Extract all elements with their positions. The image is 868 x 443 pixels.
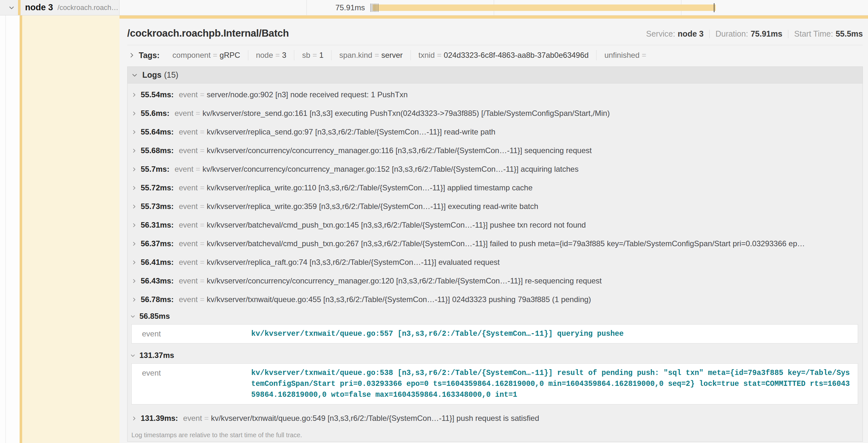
log-field-value: kv/kvserver/txnwait/queue.go:549 [n3,s3,…	[211, 414, 539, 423]
log-timestamp: 55.7ms:	[141, 165, 169, 174]
log-marker	[372, 3, 372, 12]
log-field-value: kv/kvserver/replica_raft.go:74 [n3,s3,r6…	[207, 258, 499, 267]
log-timestamp: 131.39ms:	[141, 414, 178, 423]
span-row: node 3 /cockroach.roach… 75.91ms	[0, 0, 868, 15]
log-row[interactable]: 56.31ms:event=kv/kvserver/batcheval/cmd_…	[127, 216, 863, 234]
log-equals: =	[200, 258, 204, 267]
span-name-cell[interactable]: node 3 /cockroach.roach…	[0, 0, 120, 15]
span-service-name: node 3	[25, 3, 53, 12]
log-marker	[370, 3, 371, 12]
log-field-value: kv/kvserver/replica_send.go:97 [n3,s3,r6…	[207, 128, 495, 136]
log-field-key: event	[179, 202, 198, 211]
log-row[interactable]: 56.37ms:event=kv/kvserver/batcheval/cmd_…	[127, 234, 863, 253]
log-row-expanded-header[interactable]: 131.37ms	[127, 348, 863, 363]
log-field-key: event	[179, 183, 198, 192]
chevron-right-icon[interactable]	[131, 111, 137, 116]
chevron-right-icon[interactable]	[131, 297, 137, 302]
service-label: Service:	[646, 29, 675, 38]
log-field-value: server/node.go:902 [n3] node received re…	[207, 90, 408, 99]
chevron-right-icon[interactable]	[131, 185, 137, 191]
start-time-value: 55.5ms	[836, 29, 863, 38]
selected-span-row-highlight	[20, 15, 120, 443]
logs-body: 55.54ms:event=server/node.go:902 [n3] no…	[127, 83, 863, 428]
log-field-value: kv/kvserver/store_send.go:161 [n3,s3] ex…	[203, 109, 610, 118]
span-duration-bar[interactable]	[373, 4, 716, 11]
log-field-value: kv/kvserver/batcheval/cmd_push_txn.go:14…	[207, 220, 586, 230]
log-row[interactable]: 55.6ms:event=kv/kvserver/store_send.go:1…	[127, 104, 863, 123]
tag-value: 3	[282, 51, 286, 60]
log-row[interactable]: 56.41ms:event=kv/kvserver/replica_raft.g…	[127, 253, 863, 272]
chevron-right-icon[interactable]	[131, 241, 137, 246]
tags-list: component=gRPCnode=3sb=1span.kind=server…	[165, 50, 656, 60]
span-meta: Service: node 3 Duration: 75.91ms Start …	[646, 29, 863, 38]
log-equals: =	[200, 183, 204, 192]
chevron-down-icon[interactable]	[8, 4, 15, 11]
chevron-right-icon[interactable]	[131, 260, 137, 265]
tags-row[interactable]: Tags: component=gRPCnode=3sb=1span.kind=…	[127, 45, 863, 65]
log-timestamp: 55.54ms:	[141, 90, 174, 99]
log-timestamp: 56.85ms	[140, 312, 170, 321]
chevron-right-icon[interactable]	[131, 223, 137, 228]
tag-key: component	[173, 51, 211, 60]
log-timestamp: 55.73ms:	[141, 202, 174, 211]
tag-key: unfinished	[604, 51, 639, 60]
log-entry-detail: eventkv/kvserver/txnwait/queue.go:557 [n…	[131, 324, 858, 343]
log-row[interactable]: 55.64ms:event=kv/kvserver/replica_send.g…	[127, 123, 863, 141]
log-field-value: kv/kvserver/concurrency/concurrency_mana…	[207, 146, 591, 155]
tag-key: span.kind	[339, 51, 372, 60]
log-timestamp: 55.6ms:	[141, 109, 169, 118]
log-equals: =	[200, 202, 204, 211]
logs-header[interactable]: Logs (15)	[127, 67, 863, 83]
chevron-down-icon[interactable]	[130, 353, 135, 358]
chevron-right-icon[interactable]	[131, 204, 137, 209]
chevron-down-icon[interactable]	[130, 314, 135, 319]
page-title: /cockroach.roachpb.Internal/Batch	[127, 28, 289, 39]
log-equals: =	[200, 146, 204, 155]
chevron-right-icon[interactable]	[128, 52, 135, 59]
span-operation-name: /cockroach.roach…	[58, 3, 119, 12]
log-marker	[373, 3, 373, 12]
log-field-key: event	[142, 329, 251, 339]
tag-item: unfinished=	[596, 50, 656, 60]
tag-equals: =	[275, 51, 280, 60]
log-equals: =	[204, 414, 209, 423]
log-row[interactable]: 55.68ms:event=kv/kvserver/concurrency/co…	[127, 141, 863, 160]
log-field-value: kv/kvserver/txnwait/queue.go:455 [n3,s3,…	[207, 295, 591, 304]
log-field-value: kv/kvserver/replica_write.go:359 [n3,s3,…	[207, 202, 538, 211]
left-rail	[0, 15, 20, 443]
log-row[interactable]: 55.73ms:event=kv/kvserver/replica_write.…	[127, 197, 863, 216]
log-equals: =	[196, 109, 200, 118]
tag-item: sb=1	[294, 50, 331, 60]
log-row[interactable]: 55.54ms:event=server/node.go:902 [n3] no…	[127, 86, 863, 104]
log-row-expanded-header[interactable]: 56.85ms	[127, 309, 863, 323]
log-equals: =	[200, 239, 204, 248]
log-timestamp: 55.68ms:	[141, 146, 174, 155]
tag-equals: =	[313, 51, 317, 60]
span-duration-label: 75.91ms	[120, 0, 365, 15]
chevron-down-icon[interactable]	[131, 72, 138, 78]
span-timeline[interactable]: 75.91ms	[120, 0, 868, 15]
log-row[interactable]: 55.72ms:event=kv/kvserver/replica_write.…	[127, 178, 863, 197]
duration-value: 75.91ms	[751, 29, 782, 38]
log-row[interactable]: 55.7ms:event=kv/kvserver/concurrency/con…	[127, 160, 863, 178]
tag-item: node=3	[248, 50, 294, 60]
chevron-right-icon[interactable]	[131, 148, 137, 154]
chevron-right-icon[interactable]	[131, 129, 137, 135]
chevron-right-icon[interactable]	[131, 416, 137, 421]
log-timestamp: 55.64ms:	[141, 128, 174, 136]
chevron-right-icon[interactable]	[131, 278, 137, 284]
log-row[interactable]: 131.39ms:event=kv/kvserver/txnwait/queue…	[127, 409, 863, 428]
log-field-key: event	[183, 414, 202, 423]
tags-label: Tags:	[139, 51, 160, 60]
log-marker	[375, 3, 376, 12]
log-row[interactable]: 56.43ms:event=kv/kvserver/concurrency/co…	[127, 272, 863, 290]
chevron-right-icon[interactable]	[131, 167, 137, 172]
log-field-key: event	[142, 368, 251, 400]
logs-title: Logs	[142, 70, 162, 79]
start-time-label: Start Time:	[794, 29, 833, 38]
log-marker	[714, 3, 714, 12]
log-field-key: event	[179, 258, 198, 267]
log-row[interactable]: 56.78ms:event=kv/kvserver/txnwait/queue.…	[127, 290, 863, 309]
span-detail-header: /cockroach.roachpb.Internal/Batch Servic…	[127, 19, 863, 45]
chevron-right-icon[interactable]	[131, 92, 137, 98]
